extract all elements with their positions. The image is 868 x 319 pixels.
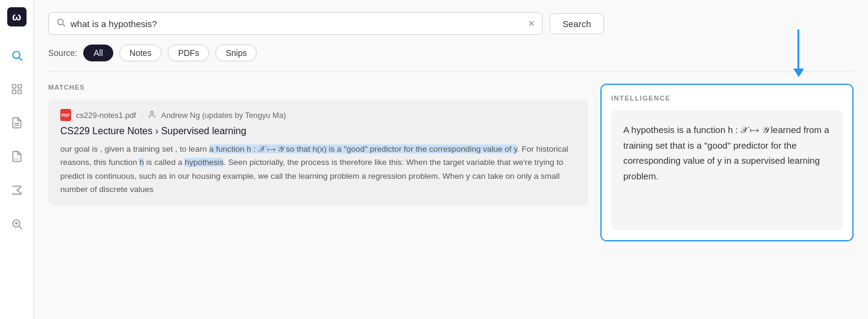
search-input[interactable] [71,19,523,29]
sidebar-item-sigma[interactable] [7,181,27,200]
svg-line-10 [19,226,22,229]
content-area: MATCHES PDF cs229-notes1.pdf · Andrew Ng… [48,84,854,307]
result-meta: PDF cs229-notes1.pdf · Andrew Ng (update… [60,109,576,121]
main-content: × Search Source: All Notes PDFs Snips MA… [34,0,868,319]
body-after: is called a [144,158,185,167]
filter-notes[interactable]: Notes [119,45,162,61]
meta-separator: · [141,111,143,120]
filter-pdfs[interactable]: PDFs [168,45,209,61]
svg-point-0 [13,51,20,58]
result-title: CS229 Lecture Notes › Supervised learnin… [60,126,576,137]
svg-rect-3 [17,85,21,88]
arrow-line [797,29,799,69]
search-bar[interactable]: × [48,12,542,35]
sidebar: ω PDF [0,0,34,319]
matches-section: MATCHES PDF cs229-notes1.pdf · Andrew Ng… [48,84,588,307]
sidebar-item-pdf[interactable]: PDF [7,147,27,166]
source-label: Source: [48,48,77,58]
matches-label: MATCHES [48,84,588,91]
app-logo: ω [7,7,27,26]
svg-rect-2 [12,85,16,88]
svg-point-12 [58,19,63,25]
person-icon [148,110,156,120]
sidebar-item-search-eye[interactable] [7,214,27,234]
svg-line-13 [63,24,64,26]
sidebar-item-document[interactable] [7,113,27,132]
result-body: our goal is , given a training set , to … [60,143,576,196]
result-author: Andrew Ng (updates by Tengyu Ma) [161,111,286,120]
result-filename: cs229-notes1.pdf [76,111,136,120]
result-card[interactable]: PDF cs229-notes1.pdf · Andrew Ng (update… [48,99,588,206]
svg-point-11 [15,222,17,225]
arrow-head [793,69,804,77]
body-highlight-1: a function h : 𝒳 ↦ 𝒴 so that h(x) is a "… [209,144,517,153]
search-button[interactable]: Search [550,13,604,34]
intelligence-content: A hypothesis is a function h : 𝒳 ↦ 𝒴 lea… [611,110,843,231]
sidebar-item-search[interactable] [7,46,27,65]
svg-rect-4 [12,90,16,94]
svg-text:PDF: PDF [14,158,19,161]
arrow-down-indicator [797,29,799,78]
body-before: our goal is , given a training set , to … [60,144,209,153]
source-filters: Source: All Notes PDFs Snips [48,45,854,72]
filter-snips[interactable]: Snips [215,45,257,61]
body-highlight-3: hypothesis [184,158,224,167]
svg-line-1 [19,58,22,60]
svg-point-14 [151,111,154,114]
intelligence-header: INTELLIGENCE [611,94,843,102]
sidebar-item-grid[interactable] [7,79,27,99]
search-clear-icon[interactable]: × [528,18,535,29]
svg-rect-5 [17,90,21,94]
search-bar-area: × Search [48,12,854,35]
intelligence-panel: INTELLIGENCE A hypothesis is a function … [600,84,854,307]
search-icon [56,17,66,29]
body-highlight-2: h [139,158,144,167]
filter-all[interactable]: All [83,45,113,61]
pdf-icon: PDF [60,109,71,121]
intelligence-box: INTELLIGENCE A hypothesis is a function … [600,84,854,241]
